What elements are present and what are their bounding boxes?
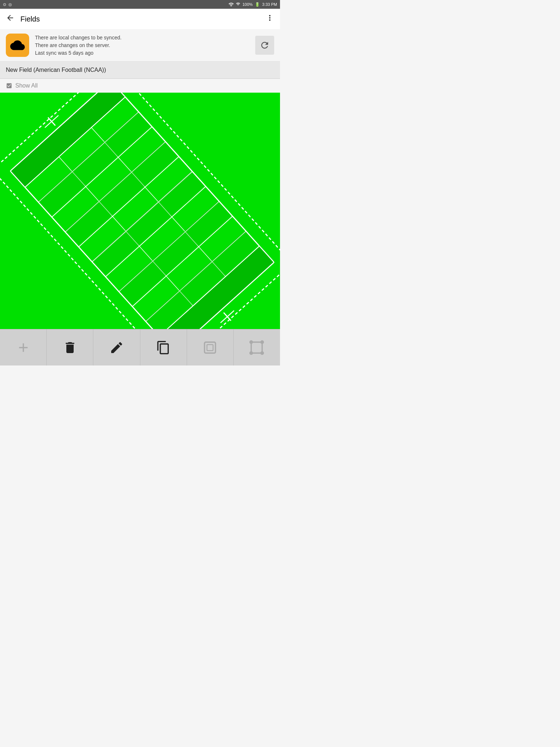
time: 3:33 PM [262,2,277,7]
plus-icon [16,340,31,355]
svg-rect-47 [205,342,215,353]
cloud-icon [10,38,25,53]
show-all-row: Show All [0,79,280,93]
more-options-button[interactable] [265,13,274,24]
battery-icon: 🔋 [255,2,260,7]
back-button[interactable] [6,13,15,24]
football-field-svg [0,93,280,329]
svg-line-19 [113,216,126,231]
status-right: 100% 🔋 3:33 PM [229,2,277,7]
transform-icon [249,340,264,355]
field-canvas[interactable] [0,93,280,329]
svg-line-45 [221,317,228,323]
svg-point-51 [261,341,264,343]
svg-line-33 [199,247,212,262]
sync-icon-box [6,34,29,57]
sync-text: There are local changes to be synced. Th… [35,34,255,57]
svg-line-27 [118,157,132,172]
svg-line-42 [45,121,52,128]
field-name-row[interactable]: New Field (American Football (NCAA)) [0,62,280,79]
edit-button[interactable] [93,329,140,365]
svg-line-17 [86,187,99,202]
select-button[interactable] [187,329,234,365]
svg-line-15 [59,157,72,172]
svg-line-23 [166,276,180,291]
svg-line-29 [145,187,159,202]
add-button[interactable] [0,329,47,365]
svg-rect-48 [207,344,213,351]
svg-point-52 [250,352,253,354]
system-icon: ◎ [8,2,12,7]
svg-point-50 [250,341,253,343]
status-left: ⊙ ◎ [3,2,12,7]
copy-icon [156,340,171,355]
status-bar: ⊙ ◎ 100% 🔋 3:33 PM [0,0,280,9]
svg-rect-38 [92,171,205,275]
sync-line3: Last sync was 5 days ago [35,49,255,57]
svg-rect-36 [38,112,151,216]
transform-button[interactable] [234,329,280,365]
svg-point-53 [261,352,264,354]
battery-text: 100% [242,2,253,7]
copy-button[interactable] [140,329,187,365]
signal-icon [236,2,240,7]
svg-line-31 [172,217,185,232]
sync-line2: There are changes on the server. [35,42,255,49]
pencil-icon [109,340,124,355]
refresh-icon [260,40,270,50]
trash-icon [63,340,77,355]
select-icon [203,340,217,355]
show-all-checkbox[interactable] [6,82,12,89]
notification-icon: ⊙ [3,2,6,7]
sync-refresh-button[interactable] [255,36,274,55]
wifi-icon [229,2,234,7]
delete-button[interactable] [47,329,93,365]
svg-line-21 [139,246,153,261]
svg-line-25 [92,127,105,142]
sync-line1: There are local changes to be synced. [35,34,255,42]
sync-banner: There are local changes to be synced. Th… [0,29,280,62]
page-title: Fields [20,15,265,23]
svg-rect-49 [251,342,262,353]
app-bar: Fields [0,9,280,29]
svg-rect-37 [65,142,178,246]
show-all-label: Show All [15,82,38,89]
field-name-label: New Field (American Football (NCAA)) [6,67,106,73]
bottom-toolbar [0,329,280,365]
